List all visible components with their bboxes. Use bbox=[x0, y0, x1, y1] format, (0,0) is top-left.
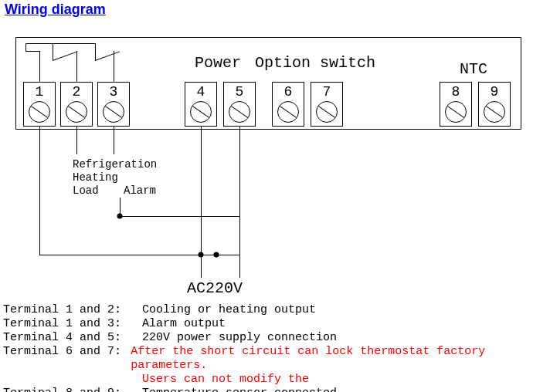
wire bbox=[114, 127, 114, 154]
screw-icon bbox=[190, 101, 212, 123]
label-ac220v: AC220V bbox=[187, 279, 243, 297]
legend-description: Cooling or heating output bbox=[142, 303, 316, 317]
legend-terminal-ref: Terminal 1 and 3: bbox=[3, 317, 142, 331]
terminal-number: 8 bbox=[440, 84, 471, 100]
wire bbox=[39, 255, 240, 255]
legend-row: Terminal 8 and 9: Temperature sensor con… bbox=[3, 387, 533, 392]
wire bbox=[53, 43, 95, 44]
terminal-5: 5 bbox=[223, 82, 256, 127]
legend-description: Temperature sensor connected bbox=[142, 387, 337, 392]
wire bbox=[39, 127, 40, 255]
label-load: Load bbox=[73, 184, 99, 198]
legend-terminal-ref: Terminal 8 and 9: bbox=[3, 387, 142, 392]
wire bbox=[39, 51, 40, 82]
label-refrigeration: Refrigeration bbox=[73, 158, 157, 171]
legend-row: Terminal 4 and 5: 220V power supply conn… bbox=[3, 331, 533, 345]
wire bbox=[25, 43, 26, 51]
terminal-6: 6 bbox=[272, 82, 304, 127]
terminal-number: 2 bbox=[61, 84, 92, 100]
wire bbox=[114, 51, 114, 82]
page-title: Wiring diagram bbox=[5, 2, 106, 18]
terminal-3: 3 bbox=[97, 82, 130, 127]
legend-block: Terminal 1 and 2: Cooling or heating out… bbox=[3, 303, 533, 392]
terminal-number: 1 bbox=[24, 84, 55, 100]
junction-node-icon bbox=[214, 252, 219, 258]
legend-terminal-ref: Terminal 6 and 7: bbox=[3, 345, 131, 373]
legend-row: Terminal 1 and 3: Alarm output bbox=[3, 317, 533, 331]
legend-description: Alarm output bbox=[142, 317, 226, 331]
screw-icon bbox=[29, 101, 50, 123]
legend-terminal-ref bbox=[3, 373, 142, 387]
junction-node-icon bbox=[199, 252, 204, 258]
legend-row: Terminal 1 and 2: Cooling or heating out… bbox=[3, 303, 533, 317]
terminal-number: 9 bbox=[479, 84, 510, 100]
screw-icon bbox=[316, 101, 338, 123]
screw-icon bbox=[66, 101, 87, 123]
screw-icon bbox=[484, 101, 505, 123]
wire bbox=[76, 127, 77, 154]
terminal-9: 9 bbox=[478, 82, 511, 127]
terminal-number: 3 bbox=[98, 84, 129, 100]
terminal-2: 2 bbox=[60, 82, 93, 127]
screw-icon bbox=[229, 101, 250, 123]
legend-row: Users can not modify the bbox=[3, 373, 533, 387]
terminal-7: 7 bbox=[311, 82, 343, 127]
wire bbox=[120, 216, 239, 217]
label-alarm: Alarm bbox=[124, 184, 156, 197]
terminal-4: 4 bbox=[185, 82, 217, 127]
wire bbox=[76, 51, 77, 82]
terminal-number: 4 bbox=[185, 84, 216, 100]
legend-description-warning: After the short circuit can lock thermos… bbox=[131, 345, 533, 373]
screw-icon bbox=[277, 101, 299, 123]
screw-icon bbox=[445, 101, 467, 123]
legend-description-warning: Users can not modify the bbox=[142, 373, 309, 387]
wire bbox=[53, 43, 53, 60]
terminal-number: 7 bbox=[311, 84, 342, 100]
legend-terminal-ref: Terminal 1 and 2: bbox=[3, 303, 142, 317]
terminal-number: 5 bbox=[224, 84, 255, 100]
legend-terminal-ref: Terminal 4 and 5: bbox=[3, 331, 142, 345]
terminal-number: 6 bbox=[273, 84, 304, 100]
wire bbox=[25, 51, 39, 52]
wire bbox=[95, 43, 96, 60]
legend-row: Terminal 6 and 7: After the short circui… bbox=[3, 345, 533, 373]
screw-icon bbox=[103, 101, 124, 123]
terminal-8: 8 bbox=[440, 82, 472, 127]
legend-description: 220V power supply connection bbox=[142, 331, 337, 345]
wire bbox=[25, 43, 53, 44]
label-heating: Heating bbox=[73, 171, 118, 184]
terminal-1: 1 bbox=[23, 82, 56, 127]
